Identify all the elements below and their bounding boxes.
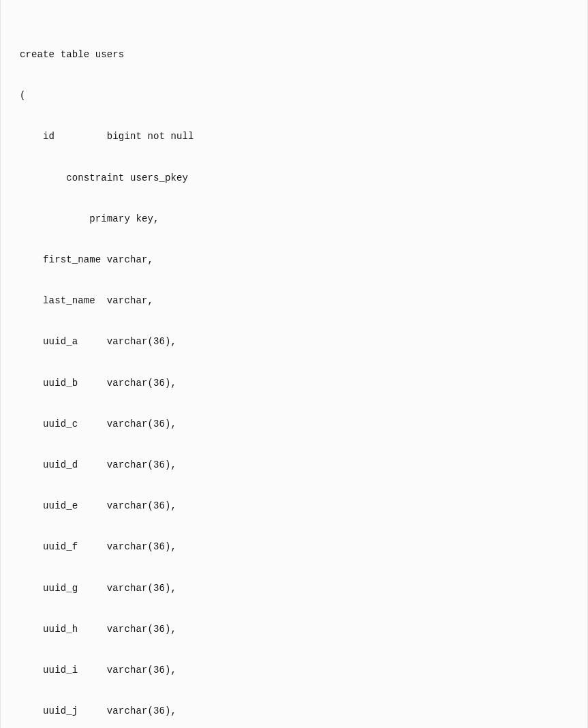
code-line: uuid_j varchar(36), [20,701,586,721]
code-line: uuid_h varchar(36), [20,619,586,639]
code-line: uuid_c varchar(36), [20,414,586,434]
code-line: first_name varchar, [20,249,586,270]
code-line: last_name varchar, [20,290,586,311]
code-line: uuid_g varchar(36), [20,578,586,598]
code-line: uuid_f varchar(36), [20,536,586,557]
code-line: uuid_a varchar(36), [20,331,586,352]
code-line: uuid_i varchar(36), [20,660,586,680]
code-line: ( [20,85,586,106]
code-line: primary key, [20,209,586,229]
code-line: id bigint not null [20,126,586,147]
code-line: constraint users_pkey [20,168,586,188]
code-line: uuid_b varchar(36), [20,373,586,393]
code-line: uuid_d varchar(36), [20,455,586,475]
code-line: uuid_e varchar(36), [20,496,586,516]
code-line: create table users [20,44,586,65]
sql-code-block: create table users ( id bigint not null … [1,0,587,728]
